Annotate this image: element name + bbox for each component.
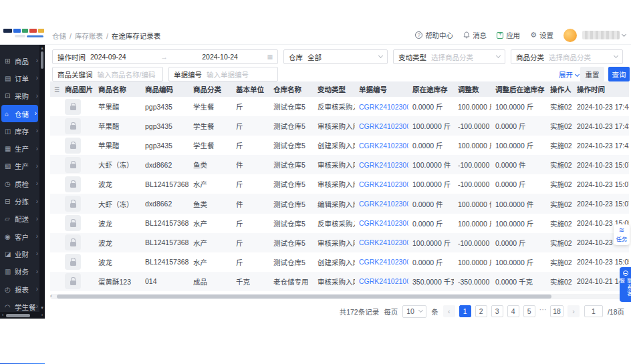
page-jump-input[interactable]: 1 <box>584 305 603 317</box>
doc-number-link[interactable]: CGRK24102300001 <box>359 238 408 246</box>
sidebar-item-14[interactable]: ◴报表› <box>0 281 39 298</box>
sidebar-horizontal-scrollbar[interactable] <box>0 312 45 319</box>
page-button-3[interactable]: 3 <box>491 305 503 317</box>
sidebar-item-1[interactable]: ⊞商品› <box>0 52 39 69</box>
column-settings-icon[interactable]: ☰ <box>50 86 61 93</box>
cell-change_type: 审核采购入库 <box>313 277 355 287</box>
product-image-placeholder <box>65 99 81 115</box>
sidebar-vertical-scrollbar[interactable] <box>39 45 45 312</box>
doc-number-link[interactable]: CGRK24102100002 <box>359 277 408 285</box>
cell-operator: 实施02 <box>546 218 573 228</box>
help-center-button[interactable]: 帮助中心 <box>415 30 453 40</box>
page-button-2[interactable]: 2 <box>475 305 487 317</box>
prev-page-button[interactable]: ‹ <box>443 305 455 317</box>
settings-button[interactable]: 设置 <box>530 30 553 40</box>
doc-number-link[interactable]: CGRK24102300002 <box>359 122 408 130</box>
sidebar-item-3[interactable]: ⊡采购› <box>0 87 39 105</box>
change-type-select[interactable]: 变动类型 选择商品分类 <box>393 49 505 64</box>
doc-number-link[interactable]: CGRK24102300001 <box>359 161 408 169</box>
contact-support-widget[interactable]: 联系客服 <box>620 267 631 302</box>
logo-swoosh <box>15 35 25 37</box>
scrollbar-thumb[interactable] <box>57 295 551 299</box>
warehouse-select[interactable]: 仓库 全部 <box>283 49 388 64</box>
apps-button[interactable]: 应用 <box>497 30 520 40</box>
scroll-left-icon[interactable] <box>0 312 5 319</box>
sidebar-item-13[interactable]: ▥财务› <box>0 263 39 281</box>
sidebar-item-4[interactable]: ⌂仓储› <box>1 105 38 122</box>
cell-warehouse: 老仓储专用 <box>269 277 313 287</box>
lock-icon <box>70 106 76 110</box>
tasks-widget[interactable]: ≋ 任务 <box>614 224 630 245</box>
scrollbar-thumb[interactable] <box>6 314 30 317</box>
cell-before: 0.0000 斤 <box>408 140 454 150</box>
messages-button[interactable]: 消息 <box>463 30 487 40</box>
user-menu[interactable] <box>563 29 626 42</box>
cell-unit: 斤 <box>232 121 269 131</box>
expand-toggle[interactable]: 展开 <box>559 69 579 79</box>
docno-input[interactable]: 单据编号 输入单据编号 <box>168 67 278 81</box>
page-button-4[interactable]: 4 <box>507 305 519 317</box>
cell-warehouse: 测试仓库5 <box>269 121 313 131</box>
cell-time: 2024-10-23 17:44 <box>573 103 629 111</box>
sidebar-item-label: 配送 <box>15 214 29 224</box>
column-header: 基本单位 <box>232 84 269 94</box>
page-button-1[interactable]: 1 <box>459 305 471 317</box>
breadcrumb-item[interactable]: 库存账表 <box>75 31 103 41</box>
page-button-18[interactable]: 18 <box>550 305 563 317</box>
doc-number-link[interactable]: CGRK24102300001 <box>359 219 408 227</box>
lock-icon <box>70 125 76 130</box>
purchase-icon: ⊡ <box>5 92 13 100</box>
scroll-down-icon[interactable] <box>39 305 45 311</box>
date-range-picker[interactable]: 操作时间 2024-09-24 → 2024-10-24 <box>52 49 278 64</box>
cell-unit: 斤 <box>232 238 269 248</box>
cell-unit: 件 <box>232 160 269 170</box>
doc-number-link[interactable]: CGRK24102300001 <box>359 200 408 208</box>
cell-name: 波龙 <box>94 179 141 189</box>
sidebar-item-11[interactable]: ◉客户› <box>0 228 39 245</box>
sidebar-item-6[interactable]: ▦生产› <box>0 140 39 157</box>
chat-icon <box>623 270 628 276</box>
doc-number-link[interactable]: CGRK24102300002 <box>359 142 408 150</box>
sidebar-item-2[interactable]: ▤订单› <box>0 69 39 87</box>
search-button[interactable]: 查询 <box>608 67 630 81</box>
scroll-left-icon[interactable]: ‹ <box>50 293 52 299</box>
cell-warehouse: 测试仓库5 <box>269 218 313 228</box>
scroll-right-icon[interactable] <box>39 312 45 319</box>
sidebar-item-10[interactable]: ▱配送› <box>0 210 39 228</box>
lock-icon <box>70 242 76 246</box>
column-header: 仓库名称 <box>269 84 313 94</box>
sidebar-item-8[interactable]: ◷质检› <box>0 175 39 192</box>
scrollbar-thumb[interactable] <box>41 51 43 69</box>
cell-operator: 实施02 <box>546 179 573 189</box>
doc-number-link[interactable]: CGRK24102300002 <box>359 103 408 111</box>
chevron-down-icon <box>378 53 383 58</box>
product-image-placeholder <box>65 273 81 289</box>
doc-number-link[interactable]: CGRK24102300001 <box>359 180 408 188</box>
column-header: 商品图片 <box>61 84 94 94</box>
sidebar-item-label: 仓储 <box>15 109 29 119</box>
table-horizontal-scrollbar[interactable]: ‹ <box>50 294 629 299</box>
reset-button[interactable]: 重置 <box>580 67 604 81</box>
next-page-button[interactable]: › <box>567 305 580 317</box>
sidebar-item-label: 客户 <box>15 232 29 242</box>
sidebar-item-9[interactable]: ⊟分拣› <box>0 192 39 210</box>
doc-number-link[interactable]: CGRK24102300001 <box>359 258 408 266</box>
scroll-up-icon[interactable] <box>39 45 45 51</box>
page-size-select[interactable]: 10 <box>402 305 426 318</box>
tasks-label: 任务 <box>616 234 627 242</box>
cell-after: 100.0000 斤 <box>491 257 546 267</box>
cell-code: dxd8662 <box>141 200 189 208</box>
sidebar-item-5[interactable]: ◫库存› <box>0 122 39 140</box>
cell-unit: 斤 <box>232 140 269 150</box>
sidebar-item-label: 分拣 <box>15 196 29 206</box>
keyword-input[interactable]: 商品关键词 输入商品名称/编码 <box>52 67 163 81</box>
cell-time: 2024-10-23 15:07 <box>573 180 629 188</box>
breadcrumb-item[interactable]: 仓储 <box>52 31 66 41</box>
page-button-5[interactable]: 5 <box>523 305 535 317</box>
sidebar: ⊞商品›▤订单›⊡采购›⌂仓储›◫库存›▦生产›▧生产›◷质检›⊟分拣›▱配送›… <box>0 45 45 319</box>
category-select[interactable]: 商品分类 选择商品分类 <box>511 49 623 64</box>
sidebar-item-label: 财务 <box>15 266 29 277</box>
sidebar-item-7[interactable]: ▧生产› <box>0 158 39 175</box>
sidebar-item-label: 库存 <box>15 126 29 136</box>
sidebar-item-12[interactable]: ◪业财› <box>0 245 39 262</box>
